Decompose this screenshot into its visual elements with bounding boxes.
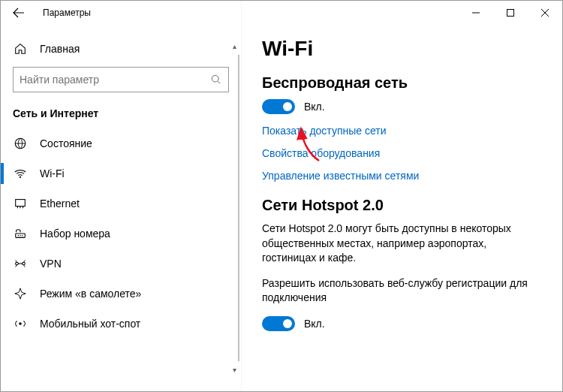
nav-wifi[interactable]: Wi-Fi xyxy=(1,158,241,188)
back-button[interactable] xyxy=(1,1,37,25)
nav-ethernet[interactable]: Ethernet xyxy=(1,188,241,219)
sidebar-scroll-down[interactable]: ▾ xyxy=(228,363,241,376)
wifi-icon xyxy=(13,166,28,181)
nav-dialup-label: Набор номера xyxy=(40,228,110,240)
back-arrow-icon xyxy=(13,7,25,19)
svg-point-20 xyxy=(19,322,22,325)
vpn-icon xyxy=(13,256,28,271)
maximize-button[interactable] xyxy=(493,1,528,25)
link-known-networks[interactable]: Управление известными сетями xyxy=(262,170,541,182)
hotspot-toggle-label: Вкл. xyxy=(304,318,325,330)
minimize-icon xyxy=(472,9,480,17)
nav-status-label: Состояние xyxy=(40,137,92,149)
link-show-networks[interactable]: Показать доступные сети xyxy=(262,125,541,137)
content-pane: Wi-Fi Беспроводная сеть Вкл. Показать до… xyxy=(241,25,562,391)
svg-point-8 xyxy=(20,176,21,178)
nav-airplane-label: Режим «в самолете» xyxy=(40,288,141,300)
search-box[interactable] xyxy=(13,67,229,92)
link-hardware-props[interactable]: Свойства оборудования xyxy=(262,147,541,159)
category-header: Сеть и Интернет xyxy=(1,101,241,128)
svg-point-16 xyxy=(22,235,23,236)
search-icon xyxy=(204,68,228,92)
nav-wifi-label: Wi-Fi xyxy=(40,167,65,179)
nav-status[interactable]: Состояние xyxy=(1,128,241,158)
sidebar-scroll-up[interactable]: ▴ xyxy=(228,40,241,53)
nav-hotspot-label: Мобильный хот-спот xyxy=(40,318,140,330)
airplane-icon xyxy=(13,286,28,301)
nav-hotspot[interactable]: Мобильный хот-спот xyxy=(1,309,241,339)
hotspot-description: Сети Hotspot 2.0 могут быть доступны в н… xyxy=(262,222,541,266)
hotspot-allow-text: Разрешить использовать веб-службу регист… xyxy=(262,276,541,306)
svg-rect-9 xyxy=(16,200,26,207)
minimize-button[interactable] xyxy=(459,1,493,25)
page-title: Wi-Fi xyxy=(262,37,541,61)
search-input[interactable] xyxy=(14,74,204,86)
wifi-toggle-label: Вкл. xyxy=(304,101,325,113)
nav-airplane[interactable]: Режим «в самолете» xyxy=(1,279,241,309)
nav-vpn-label: VPN xyxy=(40,258,62,270)
svg-line-5 xyxy=(218,81,220,83)
hotspot-toggle[interactable] xyxy=(262,316,295,331)
svg-point-14 xyxy=(18,235,19,236)
ethernet-icon xyxy=(13,196,28,211)
status-icon xyxy=(13,136,28,151)
svg-point-17 xyxy=(16,262,19,265)
svg-point-4 xyxy=(212,75,218,82)
svg-rect-1 xyxy=(507,10,514,17)
sidebar: Главная Сеть и Интернет Состояние Wi-Fi xyxy=(1,25,241,391)
nav-ethernet-label: Ethernet xyxy=(40,198,80,210)
hotspot-heading: Сети Hotspot 2.0 xyxy=(262,197,541,214)
nav-vpn[interactable]: VPN xyxy=(1,249,241,279)
wireless-heading: Беспроводная сеть xyxy=(262,74,541,92)
svg-point-15 xyxy=(20,235,20,236)
wifi-toggle[interactable] xyxy=(262,99,295,114)
hotspot-icon xyxy=(13,316,28,331)
svg-point-18 xyxy=(23,262,26,265)
maximize-icon xyxy=(507,9,514,17)
dialup-icon xyxy=(13,226,28,241)
nav-dialup[interactable]: Набор номера xyxy=(1,219,241,249)
close-icon xyxy=(541,9,549,17)
home-icon xyxy=(13,41,28,56)
sidebar-scrollbar[interactable] xyxy=(238,55,239,361)
nav-home-label: Главная xyxy=(40,43,80,55)
nav-home[interactable]: Главная xyxy=(1,34,241,64)
window-title: Параметры xyxy=(43,8,91,18)
close-button[interactable] xyxy=(528,1,562,25)
